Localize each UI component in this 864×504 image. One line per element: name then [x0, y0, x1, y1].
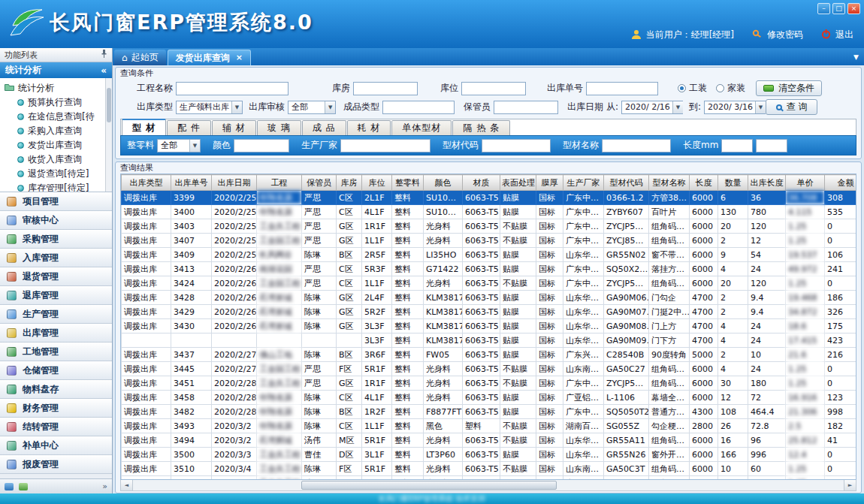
- warehouse-input[interactable]: [353, 82, 418, 95]
- clear-conditions-button[interactable]: 清空条件: [756, 80, 822, 96]
- sidebar-item-purchase[interactable]: 采购管理: [0, 230, 112, 249]
- more-menus-icon[interactable]: »: [102, 481, 107, 491]
- tab-home[interactable]: ⌂ 起始页: [114, 50, 166, 65]
- column-header[interactable]: 库房: [337, 175, 362, 191]
- material-tab[interactable]: 配 件: [167, 120, 211, 135]
- column-header[interactable]: 出库单号: [171, 175, 212, 191]
- table-row[interactable]: 调拨出库34302020/2/26石湾新城陈琳G区3L3F整料KLM381760…: [122, 319, 857, 333]
- radio-workwear[interactable]: 工装: [678, 82, 707, 95]
- table-row[interactable]: 3L3F整料KLM38176063-T5贴膜国标山东华…GA90M09…门下方4…: [122, 333, 857, 348]
- column-header[interactable]: 工程: [257, 175, 302, 191]
- whole-part-select[interactable]: 全部 ▼: [157, 139, 201, 152]
- search-button[interactable]: 查 询: [766, 99, 817, 115]
- date-from-picker[interactable]: 2020/ 2/16 ▼: [621, 101, 683, 114]
- column-header[interactable]: 颜色: [424, 175, 463, 191]
- order-no-input[interactable]: [586, 82, 658, 95]
- tab-shipment-outbound-query[interactable]: 发货出库查询 ×: [168, 50, 251, 65]
- tree-item-return-query[interactable]: 退货查询[待定]: [5, 167, 104, 181]
- audit-select[interactable]: 全部 ▼: [288, 101, 336, 114]
- out-type-select[interactable]: 生产领料出库 ▼: [176, 101, 243, 114]
- material-tab[interactable]: 成 品: [302, 120, 346, 135]
- sidebar-item-finance[interactable]: 财务管理: [0, 399, 112, 418]
- tree-scrollbar[interactable]: [105, 78, 112, 192]
- column-header[interactable]: 型材代码: [604, 175, 649, 191]
- material-tab[interactable]: 玻 璃: [257, 120, 301, 135]
- sidebar-item-projects[interactable]: 项目管理: [0, 192, 112, 211]
- material-tab[interactable]: 型 材: [122, 119, 166, 135]
- table-row[interactable]: 调拨出库34002020/2/25华翔名源严思C区4L1F整料SU10…6063…: [122, 205, 857, 219]
- column-header[interactable]: 金额: [825, 175, 857, 191]
- folders-icon[interactable]: [19, 483, 28, 490]
- tree-scrollbar-thumb[interactable]: [107, 88, 111, 122]
- column-header[interactable]: 出库类型: [122, 175, 171, 191]
- table-row[interactable]: 调拨出库34092020/2/25长风网谷陈琳B区2R5F整料LI35HO606…: [122, 248, 857, 262]
- table-row[interactable]: 调拨出库34282020/2/26石湾新城陈琳G区2L4F整料KLM381760…: [122, 291, 857, 305]
- sidebar-item-production[interactable]: 生产管理: [0, 305, 112, 324]
- material-tab[interactable]: 耗 材: [347, 120, 391, 135]
- length-min-input[interactable]: [721, 139, 753, 152]
- table-row[interactable]: 调拨出库34822020/2/28华翔名源陈琳B区1R2F整料F8877FT60…: [122, 405, 857, 419]
- collapse-icon[interactable]: «: [101, 65, 107, 76]
- sidebar-item-audit-center[interactable]: 审核中心: [0, 211, 112, 230]
- column-header[interactable]: 保管员: [302, 175, 337, 191]
- tree-item-stock-query[interactable]: 库存管理[待定]: [5, 181, 104, 192]
- color-input[interactable]: [234, 139, 289, 152]
- sidebar-item-carryover[interactable]: 结转管理: [0, 418, 112, 436]
- sidebar-item-site[interactable]: 工地管理: [0, 343, 112, 361]
- table-row[interactable]: 调拨出库34452020/2/27工业园工程严思F区5R1F整料光身料6063-…: [122, 362, 857, 376]
- profile-code-input[interactable]: [482, 139, 551, 152]
- horizontal-scrollbar[interactable]: ◄ ►: [120, 480, 856, 491]
- sidebar-item-warehouse[interactable]: 仓储管理: [0, 361, 112, 380]
- table-row[interactable]: 调拨出库34132020/2/26南湖花园严思C区5R3F整料G71422606…: [122, 262, 857, 276]
- table-row[interactable]: 调拨出库34242020/2/26工业园工程严思C区1L1F整料光身料6063-…: [122, 276, 857, 291]
- scroll-right-icon[interactable]: ►: [844, 480, 856, 490]
- tree-item-receipt-inbound-query[interactable]: 收货入库查询: [5, 152, 104, 167]
- table-row[interactable]: 调拨出库34372020/2/27佛山工地陈琳B区3R6F整料FW056063-…: [122, 348, 857, 362]
- project-name-input[interactable]: [176, 82, 289, 95]
- change-password-link[interactable]: 修改密码: [767, 29, 803, 41]
- table-row[interactable]: 调拨出库35102020/3/4工业共工程陈琳F区5R1F整料光身料6063-T…: [122, 462, 857, 476]
- sidebar-item-inventory[interactable]: 物料盘存: [0, 380, 112, 399]
- column-header[interactable]: 库位: [362, 175, 392, 191]
- tree-item-budget-exec-query[interactable]: 预算执行查询: [5, 95, 104, 110]
- material-tab[interactable]: 辅 材: [212, 120, 256, 135]
- tree-item-shipment-outbound-query[interactable]: 发货出库查询: [5, 138, 104, 152]
- scroll-left-icon[interactable]: ◄: [121, 480, 133, 490]
- date-to-picker[interactable]: 2020/ 3/16 ▼: [704, 101, 766, 114]
- material-tab[interactable]: 隔 热 条: [452, 120, 510, 135]
- tab-list-dropdown-icon[interactable]: ▼: [853, 53, 859, 61]
- column-header[interactable]: 生产厂家: [563, 175, 604, 191]
- column-header[interactable]: 整零料: [392, 175, 424, 191]
- column-header[interactable]: 单价: [786, 175, 825, 191]
- close-button[interactable]: ×: [847, 3, 860, 14]
- modules-icon[interactable]: [5, 483, 14, 490]
- profile-name-input[interactable]: [602, 139, 671, 152]
- column-header[interactable]: 型材名称: [649, 175, 690, 191]
- table-row[interactable]: 调拨出库34582020/2/28华翔名源陈琳C区4L1F整料光身料6063-T…: [122, 391, 857, 405]
- sidebar-item-inbound[interactable]: 入库管理: [0, 249, 112, 267]
- tree-item-purchase-inbound-query[interactable]: 采购入库查询: [5, 124, 104, 138]
- table-row[interactable]: 调拨出库34072020/2/25工业园工程严思G区1L1F整料光身料6063-…: [122, 234, 857, 248]
- minimize-button[interactable]: –: [817, 3, 830, 14]
- column-header[interactable]: 膜厚: [536, 175, 563, 191]
- sidebar-item-outbound[interactable]: 出库管理: [0, 324, 112, 343]
- manufacturer-input[interactable]: [340, 139, 430, 152]
- radio-homewear[interactable]: 家装: [716, 82, 745, 95]
- horizontal-scrollbar-thumb[interactable]: [301, 481, 557, 490]
- product-type-input[interactable]: [382, 101, 455, 114]
- location-input[interactable]: [461, 82, 526, 95]
- table-row[interactable]: 调拨出库34032020/2/25工业共工程严思G区1R1F整料光身料6063-…: [122, 219, 857, 234]
- keeper-input[interactable]: [494, 101, 558, 114]
- table-row[interactable]: 调拨出库34292020/2/26石湾新城陈琳G区5R2F整料KLM381760…: [122, 305, 857, 319]
- logout-link[interactable]: 退出: [835, 29, 853, 41]
- table-row[interactable]: 调拨出库33992020/2/25华翔名源严思C区2L1F整料SU10…6063…: [122, 191, 857, 205]
- material-tab[interactable]: 单体型材: [391, 120, 452, 135]
- maximize-button[interactable]: □: [832, 3, 845, 14]
- sidebar-item-scrap[interactable]: 报废管理: [0, 455, 112, 474]
- sidebar-item-returns[interactable]: 退货管理: [0, 267, 112, 286]
- pin-icon[interactable]: [101, 50, 107, 60]
- column-header[interactable]: 表面处理: [500, 175, 536, 191]
- tree-item-in-transit-query[interactable]: 在途信息查询[待: [5, 110, 104, 124]
- column-header[interactable]: 出库长度: [748, 175, 786, 191]
- column-header[interactable]: 数量: [718, 175, 748, 191]
